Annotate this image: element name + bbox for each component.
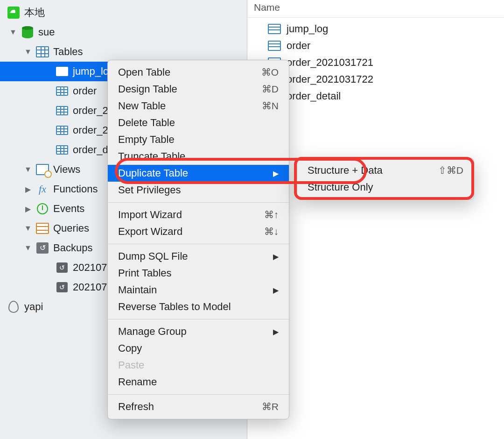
table-label: order <box>73 85 97 97</box>
database-node[interactable]: ▼ sue <box>0 22 247 42</box>
menu-label: Empty Table <box>118 134 175 146</box>
disclosure-icon: ▶ <box>24 185 32 194</box>
table-name: order <box>287 40 310 52</box>
chevron-right-icon: ▶ <box>273 252 279 261</box>
functions-label: Functions <box>53 183 98 195</box>
chevron-right-icon: ▶ <box>273 286 279 295</box>
shortcut: ⇧⌘D <box>438 165 463 176</box>
chevron-right-icon: ▶ <box>273 169 279 178</box>
shortcut: ⌘N <box>262 100 279 112</box>
menu-new-table[interactable]: New Table ⌘N <box>108 98 289 114</box>
menu-import-wizard[interactable]: Import Wizard ⌘↑ <box>108 206 289 223</box>
menu-label: Reverse Tables to Model <box>118 301 231 313</box>
menu-export-wizard[interactable]: Export Wizard ⌘↓ <box>108 223 289 240</box>
views-label: Views <box>53 163 80 176</box>
menu-label: Truncate Table <box>118 150 185 163</box>
menu-paste: Paste <box>108 357 289 374</box>
backups-label: Backups <box>53 242 92 254</box>
connection-icon <box>7 300 21 313</box>
disclosure-icon: ▼ <box>24 165 32 174</box>
menu-dump-sql[interactable]: Dump SQL File ▶ <box>108 248 289 265</box>
column-header-name[interactable]: Name <box>247 0 504 18</box>
submenu-structure-data[interactable]: Structure + Data ⇧⌘D <box>297 162 474 179</box>
menu-separator <box>108 244 289 244</box>
backups-icon <box>35 241 49 255</box>
menu-label: Set Privileges <box>118 184 181 196</box>
events-label: Events <box>53 203 84 215</box>
table-icon <box>55 104 69 117</box>
backup-file-icon <box>55 261 69 274</box>
menu-label: Delete Table <box>118 117 175 129</box>
menu-label: Import Wizard <box>118 209 182 221</box>
list-item[interactable]: jump_log <box>247 21 504 37</box>
database-icon <box>21 26 35 39</box>
menu-set-privileges[interactable]: Set Privileges <box>108 182 289 198</box>
events-icon <box>35 202 49 215</box>
tables-icon <box>35 45 49 58</box>
menu-label: Dump SQL File <box>118 250 188 262</box>
conn-root[interactable]: 本地 <box>0 3 247 22</box>
menu-label: Refresh <box>118 401 154 413</box>
views-icon <box>35 163 49 176</box>
table-icon <box>268 24 281 34</box>
backup-file-icon <box>55 281 69 294</box>
menu-print-tables[interactable]: Print Tables <box>108 265 289 282</box>
menu-delete-table[interactable]: Delete Table <box>108 114 289 131</box>
menu-empty-table[interactable]: Empty Table <box>108 131 289 148</box>
shortcut: ⌘↓ <box>264 226 279 237</box>
menu-design-table[interactable]: Design Table ⌘D <box>108 81 289 98</box>
menu-rename[interactable]: Rename <box>108 374 289 390</box>
shortcut: ⌘O <box>261 67 279 78</box>
menu-label: Open Table <box>118 66 170 78</box>
shortcut: ⌘D <box>262 84 279 95</box>
menu-label: Design Table <box>118 83 177 95</box>
context-menu: Open Table ⌘O Design Table ⌘D New Table … <box>107 60 289 419</box>
disclosure-icon: ▼ <box>24 244 32 252</box>
disclosure-icon: ▼ <box>24 224 32 233</box>
submenu-structure-only[interactable]: Structure Only <box>297 179 474 196</box>
queries-label: Queries <box>53 222 89 234</box>
table-name: order_detail <box>287 90 341 102</box>
queries-icon <box>35 222 49 235</box>
menu-reverse-model[interactable]: Reverse Tables to Model <box>108 298 289 315</box>
tables-label: Tables <box>53 46 83 58</box>
menu-copy[interactable]: Copy <box>108 340 289 357</box>
shortcut: ⌘R <box>262 401 279 412</box>
menu-separator <box>108 319 289 319</box>
conn-label: yapi <box>24 301 43 313</box>
table-icon <box>55 65 69 78</box>
menu-label: Manage Group <box>118 326 187 338</box>
menu-separator <box>108 394 289 395</box>
menu-refresh[interactable]: Refresh ⌘R <box>108 398 289 415</box>
menu-label: Duplicate Table <box>118 167 188 179</box>
menu-label: Structure Only <box>308 181 373 193</box>
connection-icon <box>7 6 21 19</box>
menu-open-table[interactable]: Open Table ⌘O <box>108 64 289 81</box>
conn-label: 本地 <box>24 6 45 20</box>
list-item[interactable]: order <box>247 37 504 54</box>
shortcut: ⌘↑ <box>264 209 279 220</box>
menu-duplicate-table[interactable]: Duplicate Table ▶ <box>108 165 289 182</box>
table-icon <box>268 41 281 51</box>
menu-label: Copy <box>118 342 142 354</box>
chevron-right-icon: ▶ <box>273 327 279 336</box>
backup-label: 202107 <box>73 262 107 274</box>
database-label: sue <box>38 26 55 38</box>
tables-group[interactable]: ▼ Tables <box>0 42 247 62</box>
table-icon <box>55 85 69 98</box>
table-label: order_2 <box>73 124 108 136</box>
menu-label: Maintain <box>118 284 157 296</box>
table-name: jump_log <box>287 23 328 35</box>
menu-separator <box>108 202 289 203</box>
disclosure-icon: ▼ <box>9 28 17 36</box>
table-label: order_d <box>73 144 108 156</box>
functions-icon: fx <box>35 183 49 196</box>
table-icon <box>55 124 69 137</box>
disclosure-icon: ▼ <box>24 48 32 56</box>
backup-label: 202107 <box>73 281 107 293</box>
menu-truncate-table[interactable]: Truncate Table <box>108 148 289 165</box>
menu-manage-group[interactable]: Manage Group ▶ <box>108 323 289 340</box>
table-icon <box>55 143 69 156</box>
table-name: order_2021031722 <box>287 73 373 85</box>
menu-maintain[interactable]: Maintain ▶ <box>108 282 289 298</box>
